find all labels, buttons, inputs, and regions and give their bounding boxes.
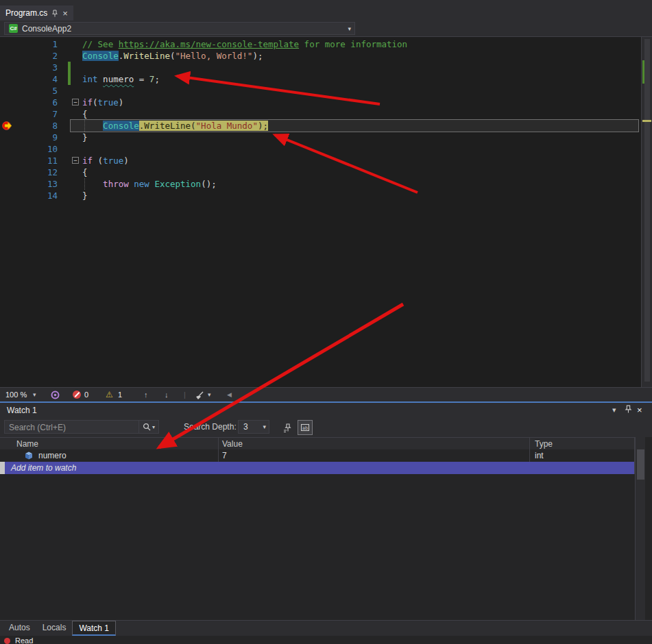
- next-issue-icon[interactable]: ↓: [165, 388, 169, 401]
- current-statement-arrow-icon[interactable]: [2, 121, 12, 131]
- code-line[interactable]: 8 Console.WriteLine("Hola Mundo");: [0, 120, 641, 132]
- code-editor[interactable]: 1// See https://aka.ms/new-console-templ…: [0, 37, 641, 387]
- code-line[interactable]: 13 throw new Exception();: [0, 178, 641, 190]
- code-line[interactable]: 11−if (true): [0, 155, 641, 166]
- code-token: if: [82, 156, 93, 166]
- search-depth-label: Search Depth:: [184, 422, 237, 432]
- code-token: (: [191, 121, 196, 131]
- code-token: WriteLine: [144, 121, 191, 131]
- svg-text:ab: ab: [302, 425, 308, 431]
- csharp-project-icon: C#: [9, 24, 18, 33]
- close-icon[interactable]: ×: [637, 405, 642, 415]
- code-token: =: [134, 74, 149, 84]
- watch-value-cell[interactable]: 7: [222, 451, 227, 460]
- pin-icon[interactable]: [51, 10, 58, 17]
- fold-toggle-icon[interactable]: −: [72, 99, 79, 106]
- code-health-icon[interactable]: [51, 390, 60, 399]
- add-watch-row[interactable]: Add item to watch: [0, 462, 634, 474]
- search-button[interactable]: ▾: [138, 421, 158, 433]
- warning-icon[interactable]: ⚠: [106, 388, 113, 401]
- pin-icon[interactable]: [625, 405, 632, 414]
- project-dropdown[interactable]: C# ConsoleApp2 ▾: [4, 22, 355, 35]
- column-header-type[interactable]: Type: [535, 439, 553, 449]
- format-toggle-icon: ab: [300, 423, 310, 432]
- code-token: // See: [82, 39, 119, 49]
- project-name: ConsoleApp2: [22, 24, 71, 34]
- code-line[interactable]: 5: [0, 85, 641, 97]
- code-text: }: [82, 190, 88, 201]
- line-number: 14: [0, 190, 58, 201]
- line-number: 2: [0, 50, 58, 62]
- error-icon[interactable]: [73, 391, 81, 399]
- code-line[interactable]: 12{: [0, 166, 641, 178]
- error-count[interactable]: 0: [84, 388, 88, 401]
- code-token: }: [82, 132, 88, 143]
- column-header-name[interactable]: Name: [16, 439, 38, 449]
- tab-watch-1[interactable]: Watch 1: [72, 621, 116, 636]
- tab-program-cs[interactable]: Program.cs ×: [0, 5, 73, 21]
- code-text: if(true): [82, 97, 123, 108]
- row-edit-strip: [0, 462, 5, 474]
- watch-row[interactable]: numero7int: [0, 449, 634, 462]
- line-number: 9: [0, 132, 58, 143]
- watch-toolbar: ▾ Search Depth: 3 ▾ ab: [0, 418, 652, 437]
- search-depth-dropdown[interactable]: 3 ▾: [238, 420, 269, 434]
- code-token: throw: [103, 179, 129, 189]
- broom-caret-icon[interactable]: ▾: [208, 388, 211, 401]
- code-token: [82, 179, 103, 189]
- watch-titlebar[interactable]: Watch 1 ▾ ×: [0, 403, 652, 418]
- fold-toggle-icon[interactable]: −: [72, 157, 79, 164]
- code-token: "Hola Mundo": [196, 121, 258, 131]
- window-position-icon[interactable]: ▾: [612, 406, 616, 414]
- code-text: // See https://aka.ms/new-console-templa…: [82, 38, 407, 50]
- line-number: 10: [0, 143, 58, 155]
- scrollbar-thumb[interactable]: [644, 39, 650, 382]
- code-line[interactable]: 2Console.WriteLine("Hello, World!");: [0, 50, 641, 62]
- code-text: {: [82, 108, 88, 120]
- code-token: {: [82, 109, 88, 119]
- code-token: ): [123, 156, 129, 166]
- editor-status-bar: 100 % ▾ 0 ⚠ 1 ↑ ↓ | ▾ ◀: [0, 387, 652, 401]
- code-line[interactable]: 14}: [0, 190, 641, 201]
- zoom-control[interactable]: 100 %: [5, 388, 27, 401]
- code-line[interactable]: 1// See https://aka.ms/new-console-templ…: [0, 38, 641, 50]
- tab-locals[interactable]: Locals: [36, 621, 73, 636]
- code-token: Console: [103, 121, 139, 131]
- watch-name-cell[interactable]: numero: [38, 451, 67, 460]
- chevron-down-icon: ▾: [348, 25, 351, 32]
- warning-count[interactable]: 1: [118, 388, 122, 401]
- code-line[interactable]: 7{: [0, 108, 641, 120]
- code-lines: 1// See https://aka.ms/new-console-templ…: [0, 38, 641, 201]
- code-text: Console.WriteLine("Hello, World!");: [82, 50, 263, 62]
- scrollbar-thumb[interactable]: [637, 449, 644, 480]
- code-cleanup-broom-icon[interactable]: [195, 391, 204, 399]
- pin-values-button[interactable]: [280, 420, 295, 435]
- code-token: Exception: [154, 179, 201, 189]
- line-number: 13: [0, 178, 58, 190]
- code-text: throw new Exception();: [82, 178, 217, 190]
- row-selection[interactable]: [5, 462, 634, 474]
- code-line[interactable]: 10: [0, 143, 641, 155]
- watch-vertical-scrollbar[interactable]: [635, 437, 645, 620]
- code-line[interactable]: 4int numero = 7;: [0, 73, 641, 85]
- watch-search-box[interactable]: ▾: [4, 420, 159, 434]
- document-tab-bar: Program.cs ×: [0, 0, 652, 21]
- code-line[interactable]: 9}: [0, 132, 641, 143]
- code-line[interactable]: 3: [0, 62, 641, 73]
- watch-grid-header[interactable]: Name Value Type: [0, 437, 634, 449]
- code-line[interactable]: 6−if(true): [0, 97, 641, 108]
- code-token: for more information: [299, 39, 407, 49]
- code-token: {: [82, 167, 88, 177]
- search-input[interactable]: [8, 421, 125, 434]
- tab-autos[interactable]: Autos: [3, 621, 36, 636]
- prev-issue-icon[interactable]: ↑: [144, 388, 148, 401]
- zoom-caret-icon[interactable]: ▾: [33, 388, 36, 401]
- column-header-value[interactable]: Value: [222, 439, 243, 449]
- line-number: 12: [0, 166, 58, 178]
- editor-vertical-scrollbar[interactable]: [641, 37, 652, 387]
- close-icon[interactable]: ×: [62, 9, 68, 18]
- code-token: new: [134, 179, 149, 189]
- format-toggle-button[interactable]: ab: [298, 420, 313, 435]
- code-text: if (true): [82, 155, 129, 166]
- hscroll-left-icon[interactable]: ◀: [227, 388, 232, 401]
